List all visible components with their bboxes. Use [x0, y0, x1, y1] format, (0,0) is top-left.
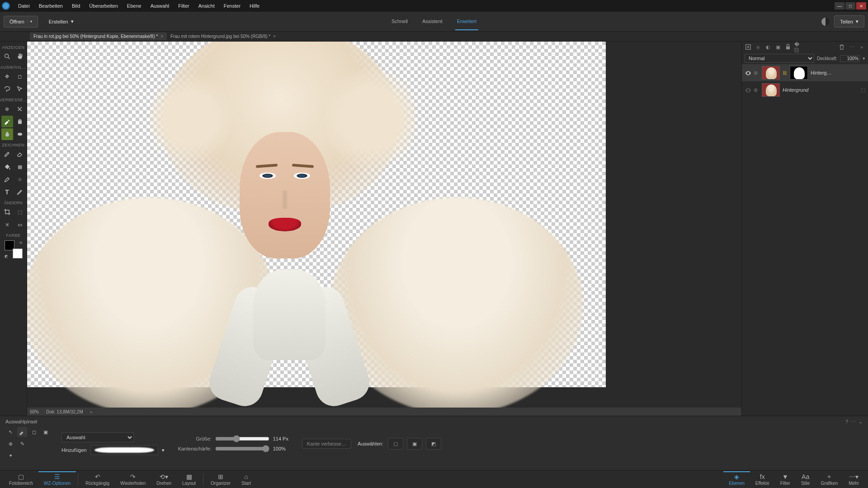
new-selection-icon[interactable]: ◻: [29, 427, 39, 437]
layer-lock-icon[interactable]: ⬚: [861, 87, 865, 93]
fx-icon[interactable]: �⿻: [794, 43, 802, 51]
tool-options-button[interactable]: ☰WZ-Optionen: [38, 471, 76, 487]
default-colors-icon[interactable]: ◩: [5, 254, 8, 258]
delete-layer-icon[interactable]: [838, 43, 845, 51]
menu-ansicht[interactable]: Ansicht: [194, 1, 219, 10]
chevron-down-icon[interactable]: ▾: [27, 19, 32, 23]
redeye-tool-icon[interactable]: ⊕: [1, 103, 13, 115]
rotate-button[interactable]: ⟲▾Drehen: [151, 472, 177, 487]
menu-fenster[interactable]: Fenster: [219, 1, 245, 10]
link-icon[interactable]: ⊘: [754, 87, 759, 93]
document-tab[interactable]: Frau in rot.jpg bei 50% (Hintergrund Kop…: [30, 33, 167, 40]
content-aware-tool-icon[interactable]: ⤨: [1, 219, 13, 230]
layer-row[interactable]: ⊘ ⛓ Hinterg…: [742, 64, 868, 81]
zoom-in-opt-icon[interactable]: ⊕: [5, 439, 15, 449]
menu-bild[interactable]: Bild: [67, 1, 85, 10]
minimize-button[interactable]: —: [835, 2, 844, 9]
panel-collapse-icon[interactable]: ⌄: [859, 419, 863, 425]
mask-link-icon[interactable]: ⛓: [783, 70, 787, 75]
blend-mode-select[interactable]: Normal: [745, 54, 814, 63]
menu-ebene[interactable]: Ebene: [123, 1, 146, 10]
graphics-panel-button[interactable]: ＋Grafiken: [815, 472, 843, 487]
move-tool-icon[interactable]: ✥: [1, 70, 13, 82]
canvas[interactable]: [27, 42, 606, 387]
paint-bucket-tool-icon[interactable]: [1, 161, 13, 173]
adjustment-layer-icon[interactable]: ◐: [764, 43, 772, 51]
start-button[interactable]: ⌂Start: [236, 472, 256, 487]
open-button[interactable]: Öffnen ▾: [4, 16, 38, 28]
layer-mask-icon[interactable]: ▣: [774, 43, 782, 51]
help-icon[interactable]: ?: [845, 419, 848, 425]
menu-auswahl[interactable]: Auswahl: [146, 1, 174, 10]
filter-panel-button[interactable]: ▼Filter: [775, 472, 796, 487]
menu-datei[interactable]: Datei: [14, 1, 34, 10]
visibility-off-icon[interactable]: [745, 87, 751, 93]
mode-expert[interactable]: Erweitert: [455, 13, 478, 30]
swap-colors-icon[interactable]: ⤮: [19, 240, 23, 245]
quick-select-tool-icon[interactable]: [14, 83, 26, 95]
brush-opt-icon[interactable]: ✎: [17, 439, 27, 449]
layer-name[interactable]: Hinterg…: [811, 70, 831, 75]
clone-stamp-tool-icon[interactable]: [14, 116, 26, 127]
select-background-icon[interactable]: ▣: [407, 438, 422, 450]
layer-thumbnail[interactable]: [762, 66, 780, 80]
marquee-tool-icon[interactable]: ◻: [14, 70, 26, 82]
link-icon[interactable]: ⊘: [754, 70, 759, 75]
redo-button[interactable]: ↷Wiederholen: [115, 472, 151, 487]
lasso-tool-icon[interactable]: [1, 83, 13, 95]
blur-tool-icon[interactable]: [1, 128, 13, 140]
zoom-value[interactable]: 50%: [30, 409, 39, 414]
layers-panel-button[interactable]: ◈Ebenen: [723, 471, 750, 487]
mode-select[interactable]: Auswahl: [61, 432, 134, 442]
close-icon[interactable]: ×: [160, 34, 163, 39]
size-slider[interactable]: [215, 435, 269, 442]
chevron-right-icon[interactable]: ▸: [90, 409, 93, 414]
create-button[interactable]: Erstellen ▾: [43, 16, 79, 27]
eyedropper-tool-icon[interactable]: [1, 174, 13, 185]
hardness-slider[interactable]: [215, 445, 269, 452]
shape-tool-icon[interactable]: ☆: [14, 174, 26, 185]
brush-preview[interactable]: [90, 445, 158, 455]
mode-assistant[interactable]: Assistent: [420, 13, 444, 30]
close-button[interactable]: ✕: [856, 2, 866, 9]
select-sky-icon[interactable]: ◩: [426, 438, 441, 450]
close-icon[interactable]: ×: [273, 34, 276, 39]
menu-hilfe[interactable]: Hilfe: [245, 1, 264, 10]
styles-panel-button[interactable]: AaStile: [796, 472, 815, 487]
visibility-icon[interactable]: [745, 70, 751, 76]
panel-collapse-icon[interactable]: »: [858, 43, 865, 51]
text-tool-icon[interactable]: T: [1, 186, 13, 198]
menu-bearbeiten[interactable]: Bearbeiten: [34, 1, 67, 10]
theme-toggle-icon[interactable]: [821, 18, 830, 26]
panel-menu-icon[interactable]: ⋯: [851, 419, 856, 425]
add-selection-icon[interactable]: ▣: [41, 427, 51, 437]
magic-opt-icon[interactable]: ✦: [5, 450, 15, 460]
photo-bin-button[interactable]: ▢Fotobereich: [4, 472, 38, 487]
share-button[interactable]: Teilen ▾: [834, 15, 864, 28]
layer-mask-thumbnail[interactable]: [790, 66, 808, 80]
menu-filter[interactable]: Filter: [174, 1, 193, 10]
recompose-tool-icon[interactable]: ⬚: [14, 206, 26, 218]
eraser-tool-icon[interactable]: [14, 148, 26, 160]
undo-button[interactable]: ↶Rückgängig: [80, 472, 115, 487]
pencil-tool-icon[interactable]: [14, 186, 26, 198]
chevron-down-icon[interactable]: ▾: [863, 56, 865, 61]
background-color[interactable]: [13, 249, 23, 258]
smart-brush-tool-icon[interactable]: [1, 116, 13, 127]
mode-quick[interactable]: Schnell: [390, 13, 410, 30]
organizer-button[interactable]: ⊞Organizer: [205, 472, 236, 487]
panel-menu-icon[interactable]: ⋯: [848, 43, 855, 51]
menu-ueberarbeiten[interactable]: Überarbeiten: [85, 1, 123, 10]
spot-heal-tool-icon[interactable]: [14, 103, 26, 115]
layer-name[interactable]: Hintergrund: [783, 87, 808, 93]
straighten-tool-icon[interactable]: ▭: [14, 219, 26, 230]
brush-tool-icon[interactable]: [1, 148, 13, 160]
zoom-tool-icon[interactable]: [1, 51, 13, 62]
effects-panel-button[interactable]: fxEffekte: [750, 472, 775, 487]
refine-edge-button[interactable]: Kante verbesse…: [302, 439, 351, 449]
gradient-tool-icon[interactable]: ▦: [14, 161, 26, 173]
selection-brush-b-icon[interactable]: [17, 427, 27, 437]
chevron-down-icon[interactable]: ▾: [162, 447, 165, 453]
layout-button[interactable]: ▦Layout: [177, 472, 201, 487]
new-layer-icon[interactable]: [745, 43, 752, 51]
